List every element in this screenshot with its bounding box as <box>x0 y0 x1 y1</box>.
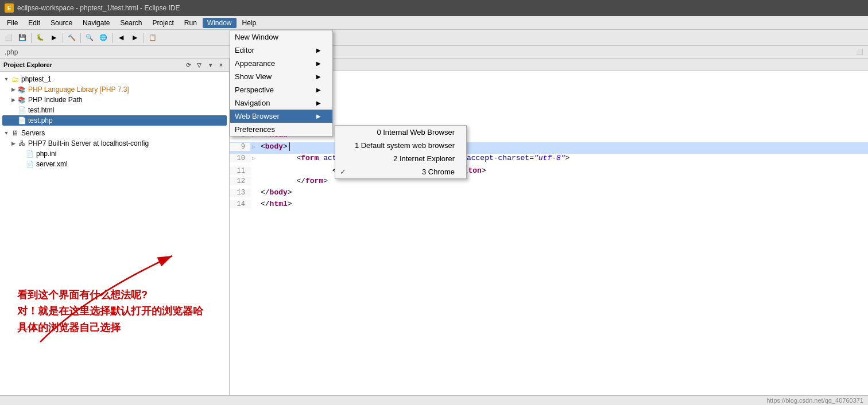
toolbar-forward[interactable]: ▶ <box>129 32 141 44</box>
tree-item-test-php[interactable]: 📄 test.php <box>2 115 227 126</box>
appearance-label: Appearance <box>235 59 275 68</box>
breadcrumb: .php <box>5 48 18 56</box>
line-num-14: 14 <box>230 200 250 208</box>
app-icon: E <box>5 3 14 13</box>
menu-item-show-view[interactable]: Show View ▶ <box>230 70 332 83</box>
web-browser-submenu[interactable]: 0 Internal Web Browser 1 Default system … <box>335 125 467 179</box>
menu-item-new-window[interactable]: New Window <box>230 30 332 44</box>
line-num-11: 11 <box>230 167 250 175</box>
annotation-line2: 对！就是在这里选择默认打开的浏览器哈 <box>17 303 203 320</box>
code-line-9: 9 ▷ <body>│ <box>230 142 868 154</box>
toolbar-build[interactable]: 🔨 <box>65 32 78 44</box>
php-include-icon: 📚 <box>17 95 26 104</box>
annotation-block: 看到这个界面有什么想法呢? 对！就是在这里选择默认打开的浏览器哈 具体的浏览器自… <box>17 287 203 336</box>
tree-item-php-ini[interactable]: 📄 php.ini <box>2 149 227 159</box>
menu-item-web-browser[interactable]: Web Browser ▶ <box>230 110 332 123</box>
tree-item-project[interactable]: ▼ 🗂 phptest_1 <box>2 74 227 84</box>
project-tree: ▼ 🗂 phptest_1 ▶ 📚 PHP Language Library [… <box>0 72 229 405</box>
menu-item-preferences[interactable]: Preferences <box>230 123 332 136</box>
annotation-line1: 看到这个界面有什么想法呢? <box>17 287 203 303</box>
menu-source[interactable]: Source <box>46 18 77 28</box>
editor-label: Editor <box>235 46 254 54</box>
status-bar: https://blog.csdn.net/qq_40760371 <box>0 395 868 405</box>
tree-item-servers[interactable]: ▼ 🖥 Servers <box>2 128 227 138</box>
toolbar-sep-3 <box>80 33 81 43</box>
php-lib-label: PHP Language Library [PHP 7.3] <box>28 85 129 94</box>
tree-item-php7-server[interactable]: ▶ 🖧 PHP7 Built-in Server at localhost-co… <box>2 138 227 149</box>
new-window-label: New Window <box>235 33 278 41</box>
sidebar-down-icon[interactable]: ▽ <box>195 60 204 69</box>
maximize-editor[interactable]: ⬜ <box>853 46 866 59</box>
arrow-server-xml <box>18 161 24 167</box>
check-ie <box>340 154 348 163</box>
menu-run[interactable]: Run <box>180 18 202 28</box>
arrow-servers: ▼ <box>3 130 9 136</box>
arrow-test-html <box>10 107 16 113</box>
html-file-icon: 📄 <box>17 106 26 115</box>
show-view-label: Show View <box>235 72 272 81</box>
browser-item-internal[interactable]: 0 Internal Web Browser <box>335 126 466 139</box>
toolbar-back[interactable]: ◀ <box>115 32 127 44</box>
toolbar-sep-2 <box>63 33 63 43</box>
check-chrome: ✓ <box>340 168 348 176</box>
toolbar-browser[interactable]: 🌐 <box>97 32 110 44</box>
editor-arrow: ▶ <box>316 47 321 53</box>
toolbar-sep-4 <box>112 33 113 43</box>
check-default <box>340 141 348 150</box>
arrow-project: ▼ <box>3 76 9 82</box>
menu-navigate[interactable]: Navigate <box>78 18 114 28</box>
sidebar-close-icon[interactable]: × <box>216 60 226 69</box>
toolbar-sep-5 <box>144 33 144 43</box>
tree-item-php-include[interactable]: ▶ 📚 PHP Include Path <box>2 95 227 105</box>
server-xml-icon: 📄 <box>25 159 34 169</box>
preferences-label: Preferences <box>235 125 275 134</box>
sidebar-header: Project Explorer ⟳ ▽ ▾ × <box>0 59 229 72</box>
code-text-9: <body>│ <box>257 142 292 151</box>
code-line-11: 11 <button type="submit">测试</button> <box>230 165 868 177</box>
php-include-label: PHP Include Path <box>28 96 83 104</box>
code-line-14: 14 </html> <box>230 200 868 211</box>
tree-item-test-html[interactable]: 📄 test.html <box>2 105 227 115</box>
arrow-test-php <box>10 118 16 123</box>
project-icon: 🗂 <box>10 75 20 84</box>
menu-search[interactable]: Search <box>115 18 146 28</box>
toolbar-new[interactable]: ⬜ <box>2 32 15 44</box>
toolbar-perspective[interactable]: 📋 <box>146 32 159 44</box>
toolbar-debug[interactable]: 🐛 <box>34 32 46 44</box>
ie-label: 2 Internet Explorer <box>393 154 455 163</box>
title-bar: E eclipse-workspace - phptest_1/test.htm… <box>0 0 868 16</box>
sidebar-sync-icon[interactable]: ⟳ <box>184 60 193 69</box>
annotation-line3: 具体的浏览器自己选择 <box>17 320 203 336</box>
menu-window[interactable]: Window <box>203 18 237 28</box>
window-dropdown-menu[interactable]: New Window Editor ▶ Appearance ▶ Show Vi… <box>230 30 333 137</box>
servers-label: Servers <box>21 129 45 137</box>
php-ini-label: php.ini <box>36 150 56 158</box>
tree-item-php-lib[interactable]: ▶ 📚 PHP Language Library [PHP 7.3] <box>2 84 227 95</box>
browser-item-ie[interactable]: 2 Internet Explorer <box>335 152 466 165</box>
toolbar-search[interactable]: 🔍 <box>83 32 96 44</box>
toolbar-save[interactable]: 💾 <box>16 32 29 44</box>
menu-project[interactable]: Project <box>148 18 178 28</box>
menu-file[interactable]: File <box>2 18 22 28</box>
menu-item-editor[interactable]: Editor ▶ <box>230 44 332 57</box>
browser-item-chrome[interactable]: ✓ 3 Chrome <box>335 165 466 178</box>
menu-item-appearance[interactable]: Appearance ▶ <box>230 57 332 70</box>
code-text-14: </html> <box>257 200 292 208</box>
appearance-arrow: ▶ <box>316 60 321 67</box>
status-url: https://blog.csdn.net/qq_40760371 <box>766 397 863 404</box>
menu-item-navigation[interactable]: Navigation ▶ <box>230 96 332 110</box>
browser-item-default[interactable]: 1 Default system web browser <box>335 139 466 152</box>
toolbar-run[interactable]: ▶ <box>48 32 60 44</box>
menu-help[interactable]: Help <box>238 18 261 28</box>
menu-edit[interactable]: Edit <box>24 18 45 28</box>
navigation-label: Navigation <box>235 99 270 107</box>
line-fold-9: ▷ <box>250 143 257 150</box>
code-line-13: 13 </body> <box>230 188 868 200</box>
arrow-php-lib: ▶ <box>10 87 16 92</box>
window-title: eclipse-workspace - phptest_1/test.html … <box>17 4 180 12</box>
menu-bar: File Edit Source Navigate Search Project… <box>0 16 868 30</box>
line-num-10: 10 <box>230 154 250 162</box>
menu-item-perspective[interactable]: Perspective ▶ <box>230 83 332 96</box>
tree-item-server-xml[interactable]: 📄 server.xml <box>2 159 227 169</box>
sidebar-menu-icon[interactable]: ▾ <box>206 60 215 69</box>
